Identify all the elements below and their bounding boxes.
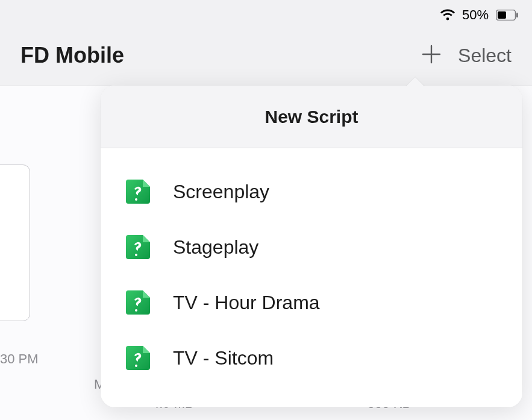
- script-file-icon: [125, 233, 154, 262]
- svg-rect-2: [516, 13, 518, 17]
- page-title: FD Mobile: [20, 43, 124, 68]
- document-modified-time: 30 PM: [0, 351, 39, 367]
- popover-caret: [405, 77, 425, 87]
- script-type-tv-sitcom[interactable]: TV - Sitcom: [101, 330, 522, 386]
- svg-rect-1: [498, 11, 506, 19]
- popover-list: Screenplay Stageplay TV - Hour Drama: [101, 148, 522, 407]
- script-file-icon: [125, 343, 154, 372]
- plus-icon: [422, 45, 441, 66]
- script-file-icon: [125, 288, 154, 317]
- popover-title: New Script: [264, 107, 358, 127]
- script-type-tv-hour-drama[interactable]: TV - Hour Drama: [101, 275, 522, 330]
- header-toolbar: FD Mobile Select: [0, 34, 532, 77]
- battery-icon: [496, 10, 519, 20]
- new-script-popover: New Script Screenplay: [101, 86, 522, 407]
- battery-percent: 50%: [462, 7, 489, 23]
- script-file-icon: [125, 177, 154, 206]
- status-bar: 50%: [439, 7, 519, 23]
- script-type-label: TV - Hour Drama: [173, 292, 320, 314]
- script-type-label: TV - Sitcom: [173, 347, 274, 369]
- select-button[interactable]: Select: [458, 45, 512, 67]
- script-type-label: Stageplay: [173, 236, 258, 259]
- script-type-screenplay[interactable]: Screenplay: [101, 164, 522, 219]
- document-thumbnail[interactable]: [0, 165, 30, 321]
- add-button[interactable]: [419, 43, 443, 67]
- script-type-label: Screenplay: [173, 181, 269, 203]
- wifi-icon: [439, 8, 456, 22]
- script-type-stageplay[interactable]: Stageplay: [101, 219, 522, 275]
- popover-header: New Script: [101, 86, 522, 148]
